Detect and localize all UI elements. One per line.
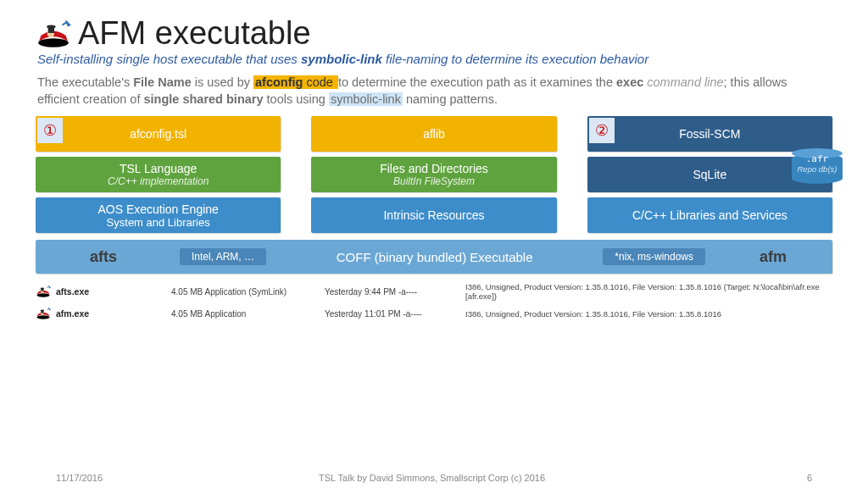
footer-date: 11/17/2016 — [56, 473, 103, 483]
file-row: afm.exe 4.05 MB Application Yesterday 11… — [36, 302, 832, 324]
file-row: afts.exe 4.05 MB Application (SymLink) Y… — [36, 280, 832, 302]
architecture-columns: ① afconfig.tsl TSL LanguageC/C++ impleme… — [36, 116, 832, 233]
footer-center: TSL Talk by David Simmons, Smallscript C… — [103, 473, 761, 483]
intrinsic-resources-box: Intrinsic Resources — [311, 197, 556, 233]
tsl-language-box: TSL LanguageC/C++ implementation — [36, 157, 281, 192]
afm-label: afm — [714, 248, 832, 266]
slide-description: The executable's File Name is used by af… — [37, 75, 832, 108]
slide-subtitle: Self-installing single host executable t… — [37, 52, 832, 66]
redhat-icon — [36, 285, 51, 298]
footer-page: 6 — [761, 473, 812, 483]
coff-label: COFF (binary bundled) Executable — [275, 250, 594, 264]
arch-chip: Intel, ARM, … — [180, 248, 266, 265]
afts-label: afts — [36, 248, 171, 266]
redhat-icon — [36, 19, 71, 48]
aflib-box: aflib — [311, 116, 556, 152]
coff-executable-bar: afts Intel, ARM, … COFF (binary bundled)… — [36, 240, 832, 274]
badge-1: ① — [37, 118, 63, 143]
slide-title: AFM executable — [78, 15, 311, 52]
fossil-scm-box: ② Fossil-SCM — [587, 116, 832, 152]
sqlite-box: SqLite .afrRepo db(s) — [587, 157, 832, 192]
afconfig-box: ① afconfig.tsl — [36, 116, 281, 152]
file-listing: afts.exe 4.05 MB Application (SymLink) Y… — [36, 280, 832, 324]
os-chip: *nix, ms-windows — [603, 248, 705, 265]
aos-engine-box: AOS Execution EngineSystem and Libraries — [36, 197, 281, 233]
db-cylinder-icon: .afrRepo db(s) — [792, 148, 843, 180]
redhat-icon — [36, 307, 51, 320]
slide-footer: 11/17/2016 TSL Talk by David Simmons, Sm… — [0, 473, 868, 483]
badge-2: ② — [589, 118, 615, 143]
cpp-libs-box: C/C++ Libraries and Services — [587, 197, 832, 233]
files-dirs-box: Files and DirectoriesBuiltIn FileSystem — [311, 157, 556, 192]
